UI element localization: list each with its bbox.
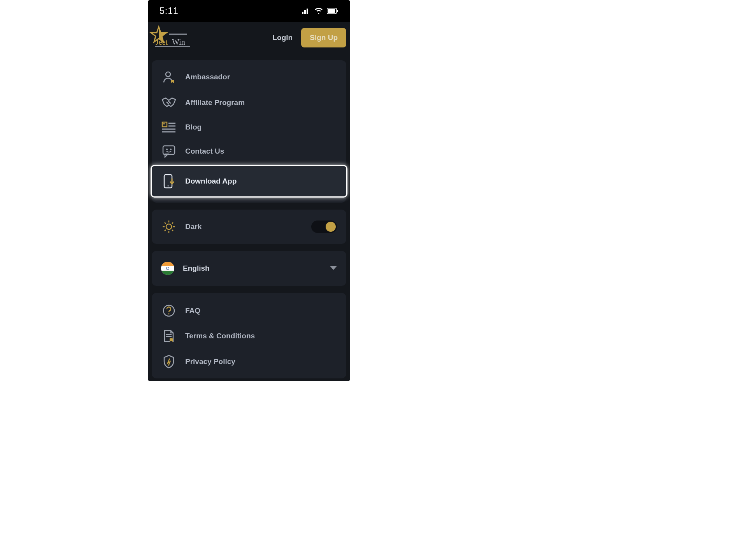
svg-line-35 [165, 230, 166, 231]
language-card: English [152, 251, 346, 286]
person-badge-icon [161, 70, 177, 84]
menu-label: Terms & Conditions [185, 332, 255, 340]
svg-line-34 [172, 230, 173, 231]
svg-point-12 [166, 72, 170, 77]
theme-card: Dark [152, 210, 346, 244]
svg-line-33 [165, 222, 166, 224]
login-button[interactable]: Login [264, 28, 302, 47]
sun-icon [161, 220, 177, 234]
menu-label: Contact Us [185, 147, 224, 156]
chevron-down-icon [330, 266, 337, 271]
svg-rect-5 [337, 10, 338, 12]
signup-button[interactable]: Sign Up [301, 28, 346, 47]
status-time: 5:11 [160, 6, 179, 16]
handshake-icon [161, 96, 177, 110]
menu-item-blog[interactable]: Blog [152, 116, 346, 139]
svg-rect-21 [163, 146, 175, 154]
svg-point-23 [166, 149, 168, 150]
info-menu-card: FAQ Terms & Conditions Privacy Policy [152, 293, 346, 378]
svg-point-28 [166, 224, 172, 229]
toggle-knob [326, 222, 336, 232]
language-label: English [183, 264, 210, 273]
brand-logo[interactable]: Jeet Win [148, 25, 193, 50]
status-icons [302, 8, 338, 14]
menu-item-faq[interactable]: FAQ [152, 298, 346, 323]
menu-label: Affiliate Program [185, 98, 245, 107]
svg-marker-37 [330, 266, 337, 270]
language-selector[interactable]: English [152, 251, 346, 286]
shield-icon [161, 355, 177, 369]
main-menu-card: Ambassador Affiliate Program Blog Contac… [152, 60, 346, 203]
theme-toggle[interactable] [311, 220, 337, 233]
svg-marker-22 [165, 154, 168, 157]
svg-rect-2 [307, 9, 308, 14]
status-bar: 5:11 [148, 0, 350, 22]
svg-rect-1 [304, 10, 306, 14]
wifi-icon [314, 8, 323, 14]
svg-rect-0 [302, 12, 303, 14]
svg-rect-16 [163, 123, 165, 124]
battery-icon [327, 8, 338, 14]
menu-label: Privacy Policy [185, 357, 235, 366]
menu-item-terms[interactable]: Terms & Conditions [152, 323, 346, 349]
flag-india-icon [161, 262, 174, 275]
menu-label: Blog [185, 123, 202, 131]
phone-frame: 5:11 Jeet Win Login Sign Up [148, 0, 350, 381]
menu-item-download-app[interactable]: Download App [151, 165, 347, 198]
svg-point-26 [168, 186, 169, 187]
menu-item-affiliate[interactable]: Affiliate Program [152, 90, 346, 116]
menu-item-contact[interactable]: Contact Us [152, 139, 346, 164]
menu-label: FAQ [185, 306, 200, 315]
faq-icon [161, 304, 177, 317]
download-app-icon [161, 174, 177, 189]
menu-item-privacy[interactable]: Privacy Policy [152, 349, 346, 374]
header-buttons: Login Sign Up [264, 28, 346, 47]
svg-point-39 [168, 313, 170, 315]
app-screen: Jeet Win Login Sign Up Ambassador [148, 22, 350, 381]
app-header: Jeet Win Login Sign Up [148, 22, 350, 53]
svg-rect-4 [328, 9, 335, 13]
svg-text:Win: Win [172, 38, 185, 46]
svg-point-24 [170, 149, 172, 150]
menu-label: Ambassador [185, 73, 230, 81]
theme-toggle-row: Dark [152, 210, 346, 244]
svg-line-36 [172, 222, 173, 224]
theme-label: Dark [185, 222, 202, 231]
terms-icon [161, 329, 177, 343]
cellular-icon [302, 8, 310, 14]
chat-icon [161, 145, 177, 158]
svg-text:Jeet: Jeet [156, 38, 168, 46]
menu-label: Download App [185, 177, 237, 186]
menu-item-ambassador[interactable]: Ambassador [152, 64, 346, 90]
blog-icon [161, 121, 177, 133]
